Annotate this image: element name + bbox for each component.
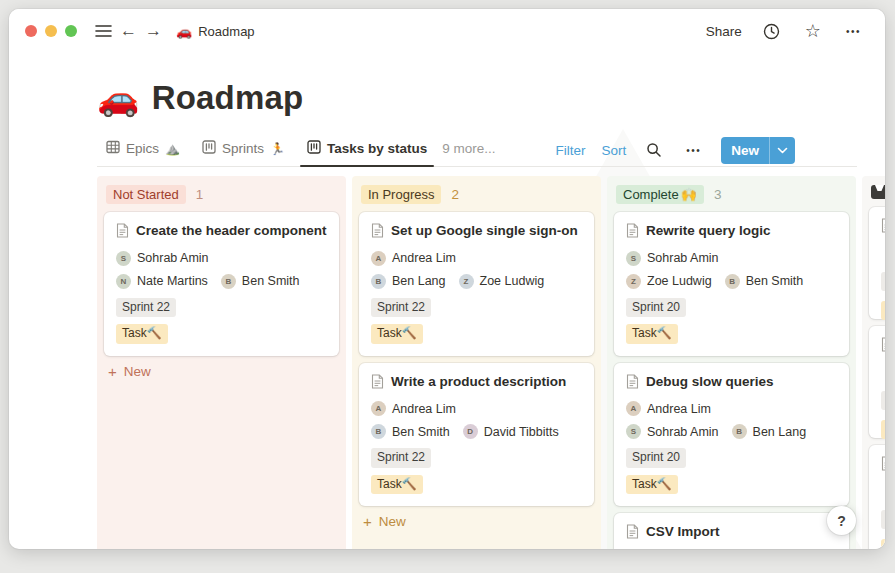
task-tag-badge[interactable]: Task🔨 [626,475,678,495]
person-name: Sohrab Amin [137,251,209,265]
person-name: Ben Smith [392,425,450,439]
page-icon [881,455,885,476]
person-chip[interactable]: ZZoe Ludwig [459,274,545,289]
person-name: Nate Martins [137,274,208,288]
person-chip[interactable]: BBen Lang [371,274,446,289]
person-name: Sohrab Amin [647,251,719,265]
person-chip[interactable]: SSohrab Amin [626,251,719,266]
sprint-badge[interactable]: Sprint 20 [626,448,686,468]
sprint-badge[interactable]: Sprint 22 [371,448,431,468]
chevron-down-icon[interactable] [770,147,795,154]
board-column-not-started: Not Started1Create the header componentS… [97,176,346,549]
breadcrumb[interactable]: 🚗 Roadmap [176,24,255,39]
card-spacer [881,238,885,264]
task-tag-badge[interactable]: Task🔨 [371,324,423,344]
search-icon[interactable] [642,140,666,160]
card-title: CSV Import [626,523,837,544]
status-badge[interactable]: Complete🙌 [616,185,704,204]
filter-button[interactable]: Filter [555,143,585,158]
sort-button[interactable]: Sort [601,143,626,158]
task-card[interactable] [869,445,885,549]
add-card-button[interactable]: +New [359,506,594,534]
tab-sprints[interactable]: Sprints🏃 [193,134,294,166]
status-badge-emoji: 🙌 [681,187,697,202]
page-icon [371,373,384,394]
back-icon[interactable]: ← [116,19,141,43]
status-badge[interactable]: Not Started [106,185,186,204]
tab-emoji: ⛰️ [165,142,180,156]
sprint-badge[interactable]: Sprint 22 [371,298,431,318]
page-icon [881,217,885,238]
task-card[interactable]: Debug slow queriesAAndrea LimSSohrab Ami… [614,363,849,507]
avatar: A [626,401,641,416]
task-tag-badge[interactable]: Task🔨 [116,324,168,344]
person-chip[interactable]: SSohrab Amin [626,424,719,439]
favorite-star-icon[interactable]: ☆ [801,20,825,42]
board-column-in-progress: In Progress2Set up Google single sign-on… [352,176,601,549]
task-tag-badge [881,420,885,439]
minimize-window-button[interactable] [45,25,57,37]
page-emoji-car[interactable]: 🚗 [97,81,140,115]
task-tag-badge[interactable]: Task🔨 [626,324,678,344]
more-options-icon[interactable]: ••• [842,24,865,39]
status-badge[interactable]: In Progress [361,185,441,204]
new-button-label: New [721,143,769,158]
task-card[interactable] [869,207,885,319]
forward-icon[interactable]: → [141,19,166,43]
tab-tasks-by-status[interactable]: Tasks by status [298,134,436,166]
task-tag-badge[interactable]: Task🔨 [371,475,423,495]
card-title-text: CSV Import [646,523,720,541]
sprint-row: Sprint 22 [371,297,582,318]
person-name: Ben Lang [753,425,807,439]
task-card[interactable]: CSV ImportAAndrea LimBBen LangZZoe Ludwi… [614,513,849,549]
person-chip[interactable]: BBen Smith [221,274,300,289]
person-chip[interactable]: BBen Lang [732,424,807,439]
person-name: Ben Smith [746,274,804,288]
card-title: Set up Google single sign-on [371,222,582,243]
task-tag-badge [881,539,885,549]
history-clock-icon[interactable] [759,21,784,42]
add-card-button[interactable]: +New [104,356,339,384]
person-chip[interactable]: AAndrea Lim [371,251,456,266]
close-window-button[interactable] [25,25,37,37]
card-title [881,217,885,238]
person-chip[interactable]: ZZoe Ludwig [626,274,712,289]
task-card[interactable]: Create the header componentSSohrab AminN… [104,212,339,356]
person-name: Sohrab Amin [647,425,719,439]
task-card[interactable]: Rewrite query logicSSohrab AminZZoe Ludw… [614,212,849,356]
more-views-button[interactable]: 9 more... [436,135,501,165]
share-button[interactable]: Share [706,24,742,39]
sprint-row [881,391,885,414]
board-column-clipped [862,176,885,549]
sprint-badge[interactable]: Sprint 22 [116,298,176,318]
card-title-text: Create the header component [136,222,327,240]
person-chip[interactable]: NNate Martins [116,274,208,289]
tab-label: Tasks by status [327,141,427,156]
app-window: ← → 🚗 Roadmap Share ☆ ••• 🚗 Roadmap [9,9,885,549]
card-title [881,336,885,357]
help-button[interactable]: ? [827,506,856,535]
sidebar-menu-icon[interactable] [91,22,116,40]
task-card[interactable]: Set up Google single sign-onAAndrea LimB… [359,212,594,356]
sprint-badge [881,391,885,410]
tab-epics[interactable]: Epics⛰️ [97,134,189,166]
person-chip[interactable]: DDavid Tibbitts [463,424,559,439]
person-chip[interactable]: SSohrab Amin [116,251,209,266]
board-column-complete: Complete🙌3Rewrite query logicSSohrab Ami… [607,176,856,549]
column-header: Complete🙌3 [614,183,849,212]
sprint-row: Sprint 20 [626,297,837,318]
page-title-text: Roadmap [152,79,304,117]
maximize-window-button[interactable] [65,25,77,37]
new-button[interactable]: New [721,137,795,164]
tab-label: Epics [126,141,159,156]
sprint-badge[interactable]: Sprint 20 [626,298,686,318]
person-chip[interactable]: BBen Smith [371,424,450,439]
person-name: Ben Lang [392,274,446,288]
task-card[interactable]: Write a product descriptionAAndrea LimBB… [359,363,594,507]
person-chip[interactable]: AAndrea Lim [626,401,711,416]
view-options-icon[interactable]: ••• [682,143,705,158]
page-icon [881,336,885,357]
person-chip[interactable]: AAndrea Lim [371,401,456,416]
person-chip[interactable]: BBen Smith [725,274,804,289]
task-card[interactable] [869,326,885,438]
